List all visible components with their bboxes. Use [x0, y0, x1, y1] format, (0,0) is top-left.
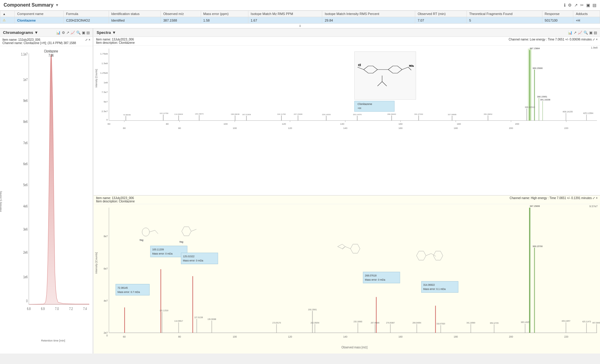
th-mass-error[interactable]: Mass error (ppm) [201, 11, 248, 17]
low-energy-close[interactable]: × [596, 38, 598, 41]
spectra-layout-2[interactable]: ▤ [594, 31, 597, 35]
cs-icon-expand[interactable]: ↗ [574, 3, 578, 7]
svg-text:0: 0 [26, 299, 28, 303]
component-summary-section: Component Summary ▼ ℹ ⚙ ↗ ✂ ▣ ▤ ▲ Compon… [0, 0, 600, 28]
spectra-title-text: Spectra [97, 30, 111, 35]
svg-text:114.06604: 114.06604 [174, 113, 183, 115]
cs-icon-layout2[interactable]: ▤ [592, 3, 596, 7]
svg-text:2.5e7: 2.5e7 [102, 110, 108, 113]
svg-text:6.8: 6.8 [27, 306, 31, 311]
th-observed-mz[interactable]: Observed m/z [161, 11, 201, 17]
cs-icon-layout1[interactable]: ▣ [586, 3, 590, 7]
spectra-layout-1[interactable]: ▣ [589, 31, 592, 35]
svg-rect-94 [391, 115, 392, 121]
cs-icon-share[interactable]: ⚙ [568, 3, 572, 7]
svg-text:130.15874: 130.15874 [195, 113, 204, 115]
high-energy-expand[interactable]: ⤢ [592, 196, 595, 200]
svg-rect-68 [542, 101, 543, 121]
spectra-tool-1[interactable]: 📊 [568, 31, 572, 35]
svg-text:Mass error: 0 mDa: Mass error: 0 mDa [365, 278, 385, 281]
cs-icon-info[interactable]: ℹ [564, 3, 566, 7]
svg-text:1e7: 1e7 [23, 77, 28, 82]
svg-text:202.05054: 202.05054 [310, 321, 319, 324]
svg-text:0: 0 [106, 334, 108, 337]
svg-rect-180 [375, 324, 375, 333]
chroma-layout-1[interactable]: ▣ [82, 31, 85, 35]
svg-text:1.1e7: 1.1e7 [21, 52, 28, 56]
svg-text:101.11518: 101.11518 [160, 309, 168, 311]
chroma-tool-5[interactable]: 🔍 [76, 31, 81, 35]
spectra-tool-3[interactable]: 📈 [578, 31, 582, 35]
th-formula[interactable]: Formula [64, 11, 109, 17]
chroma-layout-2[interactable]: ▤ [86, 31, 90, 35]
chroma-tool-1[interactable]: 📊 [56, 31, 61, 35]
svg-text:2e6: 2e6 [23, 250, 28, 255]
chroma-tool-4[interactable]: 📈 [70, 31, 75, 35]
spectra-panel-header: Spectra ▼ 📊 ↗ 📈 🔍 ▣ ▤ [94, 28, 600, 37]
svg-text:318.07920: 318.07920 [436, 322, 445, 324]
spectra-tool-4[interactable]: 🔍 [584, 31, 588, 35]
th-observed-rt[interactable]: Observed RT (min) [415, 11, 467, 17]
chroma-item-info: Item name: 13July2023_006 Channel name: … [2, 38, 85, 45]
chroma-y-axis-label: Intensity [Counts] [0, 191, 2, 212]
svg-rect-60 [528, 49, 532, 121]
chroma-tool-3[interactable]: ↗ [66, 31, 69, 35]
th-theoretical-fragments[interactable]: Theoretical Fragments Found [466, 11, 542, 17]
svg-marker-179 [338, 244, 345, 249]
svg-rect-84 [246, 116, 247, 121]
response-cell: 5017100 [542, 17, 573, 24]
svg-rect-76 [163, 115, 164, 121]
th-isotope-intensity[interactable]: Isotope Match Intensity RMS Percent [322, 11, 415, 17]
svg-text:+H: +H [358, 107, 361, 110]
svg-text:120: 120 [282, 123, 286, 125]
svg-text:127.01236: 127.01236 [194, 316, 203, 318]
spectra-tool-2[interactable]: ↗ [574, 31, 577, 35]
chroma-expand-btn[interactable]: ⤢ [85, 38, 88, 41]
svg-text:120: 120 [288, 335, 292, 338]
svg-text:Mass error: 0.1 mDa: Mass error: 0.1 mDa [423, 287, 446, 291]
svg-text:409.14057: 409.14057 [562, 320, 570, 322]
th-adducts[interactable]: Adducts [573, 11, 600, 17]
svg-text:60: 60 [123, 335, 126, 338]
svg-rect-152 [181, 253, 218, 264]
cs-title-dropdown[interactable]: ▼ [55, 3, 59, 7]
high-energy-item-info: Item name: 13July2023_006 Item descripti… [96, 196, 135, 203]
chroma-title-arrow[interactable]: ▼ [34, 30, 38, 35]
svg-rect-64 [538, 98, 539, 121]
svg-line-161 [155, 230, 158, 234]
obs-mz-cell: 387.1588 [161, 17, 201, 24]
chroma-tool-2[interactable]: ⚙ [62, 31, 65, 35]
high-energy-close[interactable]: × [596, 196, 598, 200]
svg-rect-172 [376, 297, 376, 333]
spectra-toolbar: 📊 ↗ 📈 🔍 ▣ ▤ [568, 31, 597, 35]
svg-text:387.15884: 387.15884 [530, 47, 540, 50]
svg-text:253.14376: 253.14376 [353, 114, 362, 115]
svg-rect-143 [160, 269, 161, 333]
svg-marker-176 [350, 244, 360, 253]
spectra-title-arrow[interactable]: ▼ [112, 30, 116, 35]
svg-text:7.5e7: 7.5e7 [102, 91, 108, 94]
svg-text:447.06492: 447.06492 [592, 321, 600, 324]
cs-icon-settings[interactable]: ✂ [580, 3, 584, 7]
svg-text:102.12758: 102.12758 [160, 112, 169, 114]
th-identification-status[interactable]: Identification status [109, 11, 160, 17]
svg-rect-196 [470, 324, 471, 333]
low-energy-expand[interactable]: ⤢ [592, 38, 595, 41]
chroma-info-bar: Item name: 13July2023_006 Channel name: … [0, 37, 93, 46]
component-name-cell[interactable]: Clonitazene [15, 17, 64, 24]
th-isotope-mz[interactable]: Isotope Match Mz RMS PPM [248, 11, 322, 17]
le-y-max: 1.9e8 [591, 46, 598, 49]
svg-line-160 [149, 230, 155, 232]
th-component-name[interactable]: Component name [15, 11, 64, 17]
svg-text:9e6: 9e6 [23, 98, 28, 103]
svg-text:60: 60 [108, 123, 111, 125]
svg-rect-102 [355, 52, 416, 100]
svg-text:8e7: 8e7 [104, 234, 108, 238]
svg-text:100.11209: 100.11209 [152, 248, 164, 251]
svg-point-159 [142, 228, 150, 236]
svg-text:Mass error: 0 mDa: Mass error: 0 mDa [183, 259, 203, 262]
th-response[interactable]: Response [542, 11, 573, 17]
table-row[interactable]: ⚠ Clonitazene C20H23ClN4O2 Identified 38… [0, 17, 600, 24]
low-energy-item-desc: Item description: Clonitazene [96, 41, 135, 44]
chroma-close-btn[interactable]: × [88, 38, 90, 41]
